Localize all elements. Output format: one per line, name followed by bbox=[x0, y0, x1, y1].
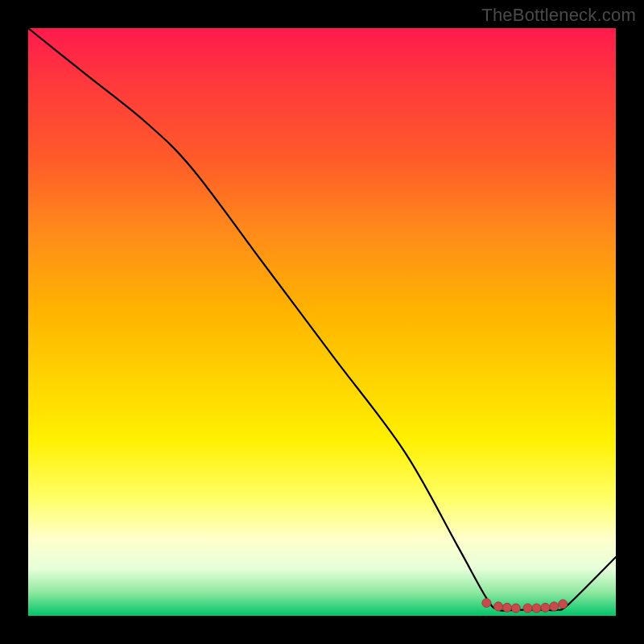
optimal-marker bbox=[482, 598, 491, 607]
optimal-marker bbox=[502, 603, 511, 612]
optimal-marker bbox=[541, 603, 550, 612]
optimal-range-markers bbox=[482, 598, 568, 613]
bottleneck-curve bbox=[28, 28, 616, 611]
optimal-marker bbox=[532, 604, 541, 613]
chart-svg bbox=[28, 28, 616, 616]
optimal-marker bbox=[494, 602, 503, 611]
attribution-text: TheBottleneck.com bbox=[481, 5, 636, 26]
optimal-marker bbox=[550, 602, 559, 611]
chart-frame: TheBottleneck.com bbox=[0, 0, 644, 644]
optimal-marker bbox=[511, 604, 520, 613]
plot-area bbox=[28, 28, 616, 616]
optimal-marker bbox=[559, 600, 568, 609]
optimal-marker bbox=[523, 604, 532, 613]
